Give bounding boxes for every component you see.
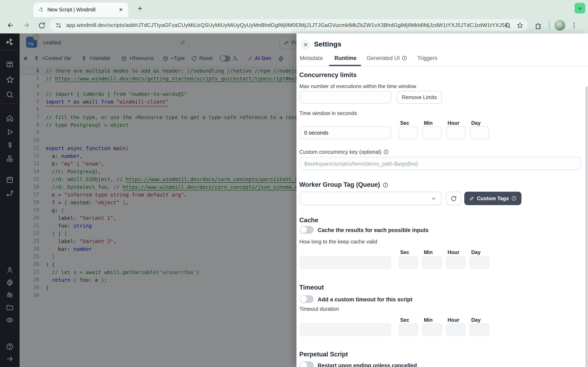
- folders-icon[interactable]: [5, 303, 15, 312]
- cache-heading: Cache: [299, 217, 318, 224]
- reload-icon[interactable]: [37, 20, 47, 30]
- cache-sec-input[interactable]: [398, 256, 418, 269]
- unit-label-hour: Hour: [448, 250, 459, 255]
- tab-triggers[interactable]: Triggers: [417, 55, 437, 61]
- timeout-sec-input[interactable]: [398, 323, 418, 336]
- url-text: app.windmill.dev/scripts/add#JTdCJTIyaGF…: [66, 19, 507, 31]
- settings-gear-icon[interactable]: [5, 278, 15, 287]
- cache-duration-label: How long to the keep cache valid: [299, 239, 377, 245]
- cache-duration-input[interactable]: [300, 256, 391, 269]
- time-window-value-input[interactable]: 0 seconds: [300, 126, 391, 139]
- cache-toggle[interactable]: [300, 226, 314, 234]
- tab-metadata[interactable]: Metadata: [300, 55, 323, 61]
- worker-group-heading-row: Worker Group Tag (Queue): [299, 181, 388, 188]
- unit-label-sec: Sec: [400, 250, 409, 255]
- apps-icon[interactable]: [5, 59, 15, 69]
- timeout-hour-input[interactable]: [446, 323, 466, 336]
- browser-tab[interactable]: New Script | Windmill ✕: [34, 2, 128, 17]
- browser-corner-chevron-button[interactable]: [575, 3, 585, 13]
- tab-close-icon[interactable]: ✕: [118, 7, 124, 13]
- settings-drawer: Settings Metadata Runtime Generated UI T…: [296, 33, 588, 367]
- timeout-toggle[interactable]: [300, 295, 314, 303]
- sidebar-separator: [0, 104, 20, 104]
- browser-toolbar: app.windmill.dev/scripts/add#JTdCJTIyaGF…: [0, 17, 588, 33]
- modal-overlay[interactable]: [20, 33, 296, 367]
- close-settings-button[interactable]: [301, 40, 310, 49]
- active-tab-underline: [329, 65, 361, 66]
- user-icon[interactable]: [5, 265, 15, 275]
- custom-key-label-row: Custom concurrency key (optional): [299, 149, 389, 155]
- cache-hour-input[interactable]: [446, 256, 466, 269]
- max-executions-label: Max number of executions within the time…: [299, 83, 416, 89]
- chevron-down-icon: [577, 5, 583, 11]
- timeout-day-input[interactable]: [470, 323, 489, 336]
- profile-avatar[interactable]: [554, 20, 565, 31]
- search-icon[interactable]: [5, 90, 15, 100]
- perpetual-heading: Perpetual Script: [299, 351, 348, 358]
- bookmark-star-icon[interactable]: [517, 22, 523, 29]
- new-tab-button[interactable]: +: [135, 3, 145, 14]
- forward-icon[interactable]: [21, 20, 31, 30]
- home-icon[interactable]: [5, 113, 15, 123]
- time-window-day-input[interactable]: [470, 126, 489, 139]
- address-bar[interactable]: app.windmill.dev/scripts/add#JTdCJTIyaGF…: [50, 19, 527, 31]
- worker-group-select[interactable]: [300, 192, 441, 205]
- perpetual-toggle[interactable]: [300, 361, 314, 367]
- perpetual-toggle-label: Restart upon ending unless cancelled: [318, 363, 417, 367]
- time-window-min-input[interactable]: [422, 126, 442, 139]
- drawer-scrollbar[interactable]: [586, 86, 588, 367]
- unit-label-hour: Hour: [448, 120, 459, 126]
- favorites-star-icon[interactable]: [5, 75, 15, 84]
- runs-play-icon[interactable]: [5, 127, 15, 137]
- unit-label-sec: Sec: [400, 120, 409, 126]
- browser-chrome: New Script | Windmill ✕ + app.wi: [0, 0, 588, 33]
- unit-label-day: Day: [471, 250, 481, 255]
- tab-generated-ui[interactable]: Generated UI: [367, 55, 407, 61]
- screen: New Script | Windmill ✕ + app.wi: [0, 0, 588, 367]
- refresh-tags-button[interactable]: [446, 192, 461, 205]
- tab-runtime[interactable]: Runtime: [334, 55, 356, 61]
- custom-key-input[interactable]: $workspace/script/u/henri/demo_path-$arg…: [300, 157, 581, 170]
- time-window-hour-input[interactable]: [446, 126, 466, 139]
- windmill-favicon: [38, 7, 44, 13]
- unit-label-sec: Sec: [400, 317, 409, 323]
- timeout-duration-input[interactable]: [300, 323, 391, 336]
- close-icon: [303, 42, 308, 47]
- edit-pencil-icon: [469, 196, 475, 201]
- schedules-calendar-icon[interactable]: [5, 175, 15, 185]
- help-icon[interactable]: [5, 342, 15, 351]
- custom-tags-button[interactable]: Custom Tags: [464, 192, 522, 205]
- timeout-toggle-label: Add a custom timeout for this script: [318, 296, 412, 303]
- max-executions-input[interactable]: [300, 91, 391, 104]
- site-info-icon[interactable]: [55, 22, 62, 29]
- windmill-logo-icon[interactable]: [5, 37, 15, 47]
- sidebar-separator: [0, 50, 20, 50]
- resources-cubes-icon[interactable]: [5, 154, 15, 164]
- time-window-sec-input[interactable]: [398, 126, 418, 139]
- timeout-heading: Timeout: [299, 284, 324, 291]
- info-icon: [511, 196, 517, 201]
- flows-route-icon[interactable]: [5, 188, 15, 198]
- cache-toggle-label: Cache the results for each possible inpu…: [318, 227, 429, 233]
- unit-label-hour: Hour: [448, 317, 459, 323]
- custom-key-placeholder: $workspace/script/u/henri/demo_path-$arg…: [304, 160, 418, 167]
- unit-label-day: Day: [471, 317, 481, 323]
- settings-title: Settings: [314, 40, 341, 49]
- back-icon[interactable]: [6, 20, 16, 30]
- cache-day-input[interactable]: [470, 256, 489, 269]
- cache-min-input[interactable]: [422, 256, 442, 269]
- expand-arrow-icon[interactable]: [5, 354, 15, 364]
- browser-menu-icon[interactable]: [569, 20, 579, 30]
- eye-icon[interactable]: [5, 315, 15, 325]
- unit-label-min: Min: [424, 317, 433, 323]
- zoom-icon[interactable]: [504, 22, 511, 29]
- app-sidebar: [0, 33, 20, 367]
- settings-tabs: Metadata Runtime Generated UI Triggers: [296, 51, 588, 67]
- extensions-icon[interactable]: [533, 20, 543, 30]
- custom-key-label: Custom concurrency key (optional): [299, 149, 381, 155]
- ai-robot-icon[interactable]: [5, 290, 15, 300]
- info-icon: [383, 149, 389, 155]
- remove-limits-button[interactable]: Remove Limits: [397, 91, 442, 104]
- variables-dollar-icon[interactable]: [5, 140, 15, 150]
- timeout-min-input[interactable]: [422, 323, 442, 336]
